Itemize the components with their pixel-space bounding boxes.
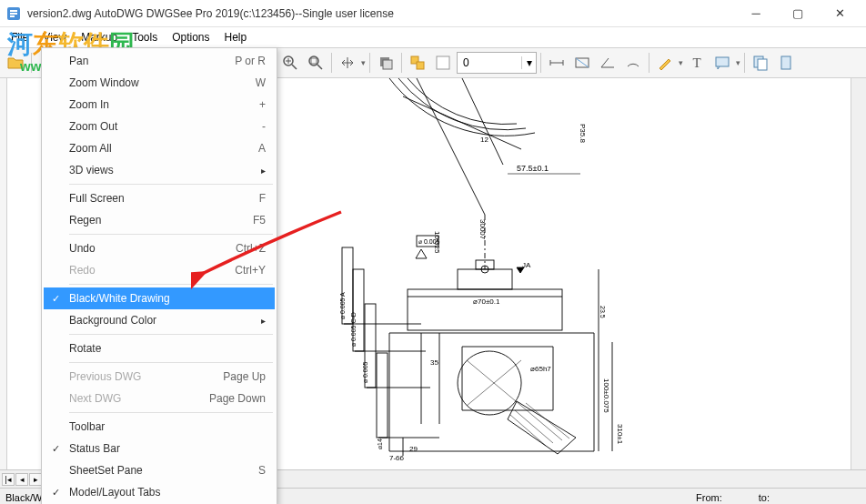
svg-text:12: 12 [480,136,488,144]
layer-state-icon[interactable] [406,51,429,75]
svg-text:35: 35 [430,358,438,367]
tab-first-icon[interactable]: |◂ [2,473,15,486]
status-from: From: [696,492,722,503]
menu-tools[interactable]: Tools [125,29,165,45]
maximize-button[interactable]: ▢ [777,0,819,27]
menu-label: Redo [67,264,235,277]
layers-icon[interactable] [374,51,398,75]
menubar: File View Markup Tools Options Help [0,27,866,47]
svg-line-20 [576,58,589,67]
menu-label: Next DWG [67,392,209,405]
measure-area-icon[interactable] [570,51,594,75]
svg-line-9 [317,65,322,69]
comment-icon[interactable] [710,51,734,75]
minimize-button[interactable]: ─ [735,0,777,27]
zoom-in-icon[interactable] [278,51,302,75]
svg-rect-40 [408,289,562,330]
svg-text:⌀ 0.005: ⌀ 0.005 [418,238,440,245]
svg-text:29: 29 [409,445,418,453]
svg-line-27 [417,78,485,215]
vertical-scrollbar[interactable] [851,78,866,469]
svg-text:P35.8: P35.8 [579,124,587,143]
menu-item-toolbar[interactable]: Toolbar [44,416,275,438]
svg-line-58 [515,410,553,443]
menu-label: Toolbar [67,420,275,433]
menu-options[interactable]: Options [165,29,216,45]
menu-label: Black/White Drawing [67,292,275,305]
menu-item-zoom-window[interactable]: Zoom WindowW [44,72,275,94]
menu-item-regen[interactable]: RegenF5 [44,209,275,231]
svg-text:310±1: 310±1 [616,424,624,445]
menu-help[interactable]: Help [217,29,255,45]
menu-item-zoom-out[interactable]: Zoom Out- [44,116,275,137]
menu-view[interactable]: View [35,29,74,45]
app-icon [5,5,22,22]
menu-file[interactable]: File [4,29,35,45]
menu-label: Zoom Out [67,120,262,133]
menu-item-zoom-in[interactable]: Zoom In+ [44,94,275,116]
svg-line-56 [521,406,562,440]
measure-angle-icon[interactable] [596,51,619,75]
pan-icon[interactable] [336,51,359,75]
svg-text:57.5±0.1: 57.5±0.1 [517,164,549,173]
measure-arc-icon[interactable] [621,51,645,75]
svg-text:⌀65h7: ⌀65h7 [530,365,551,373]
menu-label: Background Color [67,314,261,327]
svg-rect-24 [781,56,790,69]
svg-rect-15 [437,56,449,69]
layer-combo[interactable]: 0 ▾ [457,52,537,74]
svg-text:⌀ 0.005 A: ⌀ 0.005 A [339,292,346,319]
svg-text:⌀ 0.005 C-D: ⌀ 0.005 C-D [350,312,357,347]
view-menu-dropdown: PanP or RZoom WindowWZoom In+Zoom Out-Zo… [41,47,277,504]
menu-label: 3D views [67,164,261,176]
menu-label: Rotate [67,342,275,355]
status-to: to: [759,492,770,503]
svg-text:7-66: 7-66 [389,454,405,462]
menu-item-sheetset-pane[interactable]: SheetSet PaneS [44,459,275,481]
svg-text:30007: 30007 [478,219,487,240]
menu-label: Zoom In [67,98,259,111]
text-icon[interactable]: T [685,51,709,75]
svg-rect-10 [311,58,317,64]
svg-line-25 [462,78,503,165]
copy-icon[interactable] [749,51,772,75]
menu-label: Pan [67,55,235,67]
menu-item-status-bar[interactable]: ✓Status Bar [44,438,275,459]
svg-line-59 [510,415,546,446]
cad-drawing: 57.5±0.1 12 P35.8 10·025 ⌀ 0.005 30007 ⌀… [280,78,844,469]
menu-label: Regen [67,214,253,227]
measure-distance-icon[interactable] [545,51,569,75]
svg-text:⌀ 0.005: ⌀ 0.005 [362,361,368,383]
menu-item-black-white-drawing[interactable]: ✓Black/White Drawing [44,287,275,309]
svg-rect-12 [383,60,392,69]
zoom-window-icon[interactable] [304,51,327,75]
menu-item-full-screen[interactable]: Full ScreenF [44,187,275,209]
menu-item-previous-dwg: Previous DWGPage Up [44,366,275,388]
svg-rect-54 [377,353,388,438]
menu-item-pan[interactable]: PanP or R [44,50,275,72]
menu-item-zoom-all[interactable]: Zoom AllA [44,137,275,159]
color-icon[interactable] [431,51,455,75]
close-button[interactable]: ✕ [819,0,861,27]
menu-label: Undo [67,242,236,255]
menu-item-model-layout-tabs[interactable]: ✓Model/Layout Tabs [44,481,275,503]
menu-item-next-dwg: Next DWGPage Down [44,388,275,409]
menu-item-rotate[interactable]: Rotate [44,338,275,359]
menu-item-background-color[interactable]: Background Color▸ [44,309,275,331]
menu-item-3d-views[interactable]: 3D views▸ [44,159,275,181]
menu-item-redo: RedoCtrl+Y [44,259,275,281]
svg-text:⌀14: ⌀14 [377,438,383,449]
menu-item-undo[interactable]: UndoCtrl+Z [44,237,275,259]
svg-rect-21 [716,57,729,66]
markup-pen-icon[interactable] [653,51,677,75]
menu-label: Previous DWG [67,370,223,383]
svg-line-5 [292,65,297,69]
menu-label: Model/Layout Tabs [67,486,275,499]
titlebar: version2.dwg AutoDWG DWGSee Pro 2019(c:\… [0,0,866,27]
svg-line-26 [403,96,521,149]
tab-next-icon[interactable]: ▸ [29,473,42,486]
open-icon[interactable] [4,51,27,75]
menu-markup[interactable]: Markup [74,29,125,45]
tab-prev-icon[interactable]: ◂ [15,473,28,486]
paste-icon[interactable] [774,51,798,75]
